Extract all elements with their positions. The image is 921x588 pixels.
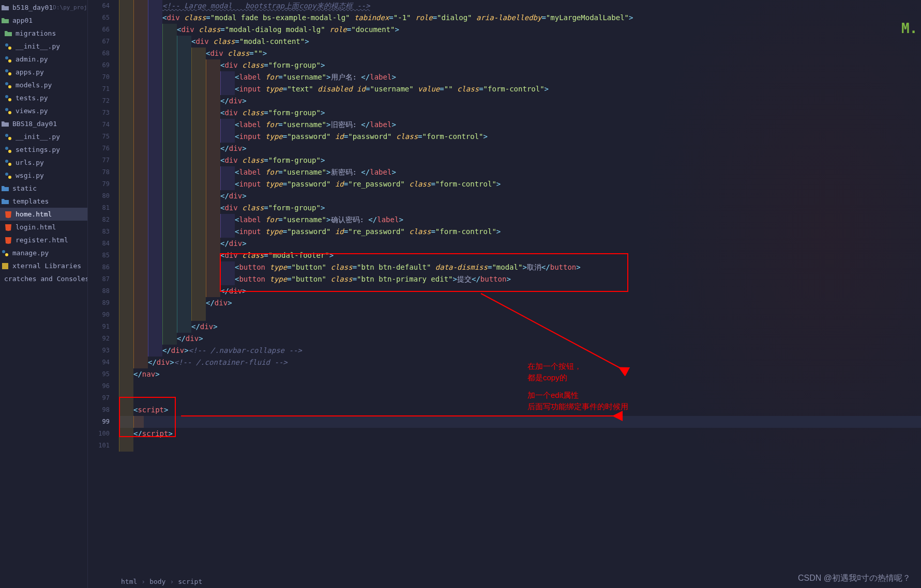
line-gutter: 6465666768697071727374757677787980818283… bbox=[88, 0, 119, 588]
project-tree[interactable]: b518_day01 D:\py_projapp01migrations__in… bbox=[0, 0, 88, 588]
tree-item-label: cratches and Consoles bbox=[4, 275, 88, 283]
folder-green-icon bbox=[1, 17, 9, 25]
svg-point-19 bbox=[8, 176, 11, 179]
code-line-66[interactable]: <div class="modal-dialog modal-lg" role=… bbox=[119, 24, 921, 36]
code-line-95[interactable]: </nav> bbox=[119, 368, 921, 380]
folder-icon bbox=[1, 120, 9, 128]
code-editor[interactable]: <!-- Large modal bootstrap上面copy来的模态框 --… bbox=[119, 0, 921, 588]
tree-item-label: __init__.py bbox=[16, 133, 60, 141]
py-icon bbox=[4, 94, 12, 102]
svg-point-14 bbox=[5, 147, 8, 150]
tree-item-label: settings.py bbox=[16, 146, 60, 153]
code-line-72[interactable]: </div> bbox=[119, 95, 921, 107]
code-line-98[interactable]: <script> bbox=[119, 404, 921, 416]
code-line-88[interactable]: </div> bbox=[119, 285, 921, 297]
code-line-97[interactable] bbox=[119, 392, 921, 404]
tree-item-views-py[interactable]: views.py bbox=[0, 104, 87, 117]
tree-item-home-html[interactable]: home.html bbox=[0, 208, 87, 221]
svg-point-9 bbox=[8, 98, 11, 101]
code-line-65[interactable]: <div class="modal fade bs-example-modal-… bbox=[119, 12, 921, 24]
tree-item-label: login.html bbox=[16, 223, 56, 231]
tree-item---init---py[interactable]: __init__.py bbox=[0, 130, 87, 143]
code-line-69[interactable]: <div class="form-group"> bbox=[119, 59, 921, 71]
py-icon bbox=[4, 81, 12, 89]
tree-item-label: models.py bbox=[16, 81, 52, 89]
tree-item-urls-py[interactable]: urls.py bbox=[0, 156, 87, 169]
tree-item-cratches-and-consoles[interactable]: cratches and Consoles bbox=[0, 272, 87, 285]
tree-item-login-html[interactable]: login.html bbox=[0, 221, 87, 234]
code-line-94[interactable]: </div><!-- /.container-fluid --> bbox=[119, 357, 921, 368]
html-icon bbox=[4, 236, 12, 244]
tree-item-label: templates bbox=[12, 197, 49, 205]
code-line-68[interactable]: <div class=""> bbox=[119, 48, 921, 59]
annotation-text-4: 后面写功能绑定事件的时候用 bbox=[527, 402, 628, 412]
code-line-75[interactable]: <input type="password" id="password" cla… bbox=[119, 131, 921, 143]
breadcrumb-item[interactable]: html bbox=[121, 578, 137, 585]
tree-item-label: home.html bbox=[16, 210, 52, 218]
code-line-87[interactable]: <button type="button" class="btn btn-pri… bbox=[119, 273, 921, 285]
code-line-77[interactable]: <div class="form-group"> bbox=[119, 154, 921, 166]
code-line-78[interactable]: <label for="username">新密码: </label> bbox=[119, 166, 921, 178]
svg-point-15 bbox=[8, 150, 11, 153]
code-line-99[interactable] bbox=[119, 416, 921, 428]
code-line-101[interactable] bbox=[119, 440, 921, 452]
code-line-70[interactable]: <label for="username">用户名: </label> bbox=[119, 71, 921, 83]
py-icon bbox=[4, 172, 12, 180]
breadcrumb-item[interactable]: body bbox=[149, 578, 165, 585]
tree-item---init---py[interactable]: __init__.py bbox=[0, 40, 87, 53]
code-line-84[interactable]: </div> bbox=[119, 238, 921, 250]
tree-item-label: app01 bbox=[12, 17, 33, 24]
annotation-text-1: 在加一个按钮， bbox=[527, 362, 582, 372]
code-line-76[interactable]: </div> bbox=[119, 143, 921, 154]
tree-item-settings-py[interactable]: settings.py bbox=[0, 143, 87, 156]
tree-item-app01[interactable]: app01 bbox=[0, 14, 87, 27]
code-line-89[interactable]: </div> bbox=[119, 297, 921, 309]
tree-item-label: tests.py bbox=[16, 94, 48, 102]
tree-item-static[interactable]: static bbox=[0, 182, 87, 195]
code-line-96[interactable] bbox=[119, 380, 921, 392]
svg-point-8 bbox=[5, 95, 8, 98]
tree-item-register-html[interactable]: register.html bbox=[0, 234, 87, 246]
code-line-79[interactable]: <input type="password" id="re_password" … bbox=[119, 178, 921, 190]
tree-item-xternal-libraries[interactable]: xternal Libraries bbox=[0, 259, 87, 272]
svg-point-21 bbox=[5, 253, 8, 256]
tree-item-models-py[interactable]: models.py bbox=[0, 79, 87, 91]
tree-item-label: static bbox=[12, 184, 37, 192]
py-icon bbox=[4, 107, 12, 115]
tree-item-manage-py[interactable]: manage.py bbox=[0, 246, 87, 259]
tree-item-templates[interactable]: templates bbox=[0, 195, 87, 208]
code-line-74[interactable]: <label for="username">旧密码: </label> bbox=[119, 119, 921, 131]
code-line-86[interactable]: <button type="button" class="btn btn-def… bbox=[119, 261, 921, 273]
tree-item-apps-py[interactable]: apps.py bbox=[0, 66, 87, 79]
code-line-82[interactable]: <label for="username">确认密码: </label> bbox=[119, 214, 921, 226]
code-line-100[interactable]: </script> bbox=[119, 428, 921, 440]
code-line-73[interactable]: <div class="form-group"> bbox=[119, 107, 921, 119]
tree-item-b518-day01[interactable]: b518_day01 D:\py_proj bbox=[0, 1, 87, 14]
breadcrumb[interactable]: html›body›script bbox=[119, 575, 204, 588]
tree-item-tests-py[interactable]: tests.py bbox=[0, 91, 87, 104]
breadcrumb-item[interactable]: script bbox=[178, 578, 202, 585]
code-line-67[interactable]: <div class="modal-content"> bbox=[119, 36, 921, 48]
code-line-91[interactable]: </div> bbox=[119, 321, 921, 333]
tree-item-label: manage.py bbox=[12, 249, 49, 257]
code-line-92[interactable]: </div> bbox=[119, 333, 921, 345]
py-icon bbox=[4, 55, 12, 64]
code-line-81[interactable]: <div class="form-group"> bbox=[119, 202, 921, 214]
tree-item-admin-py[interactable]: admin.py bbox=[0, 53, 87, 66]
code-line-90[interactable] bbox=[119, 309, 921, 321]
tree-item-wsgi-py[interactable]: wsgi.py bbox=[0, 169, 87, 182]
tree-item-bbs18-day01[interactable]: BBS18_day01 bbox=[0, 117, 87, 130]
code-line-64[interactable]: <!-- Large modal bootstrap上面copy来的模态框 --… bbox=[119, 0, 921, 12]
svg-point-3 bbox=[8, 59, 11, 63]
html-icon bbox=[4, 210, 12, 219]
code-line-85[interactable]: <div class="modal-footer"> bbox=[119, 250, 921, 261]
code-line-71[interactable]: <input type="text" disabled id="username… bbox=[119, 83, 921, 95]
code-line-80[interactable]: </div> bbox=[119, 190, 921, 202]
svg-point-6 bbox=[5, 82, 8, 85]
svg-point-13 bbox=[8, 137, 11, 140]
py-icon bbox=[4, 42, 12, 51]
code-line-93[interactable]: </div><!-- /.navbar-collapse --> bbox=[119, 345, 921, 357]
code-line-83[interactable]: <input type="password" id="re_password" … bbox=[119, 226, 921, 238]
tree-item-migrations[interactable]: migrations bbox=[0, 27, 87, 40]
lib-icon bbox=[1, 262, 9, 270]
